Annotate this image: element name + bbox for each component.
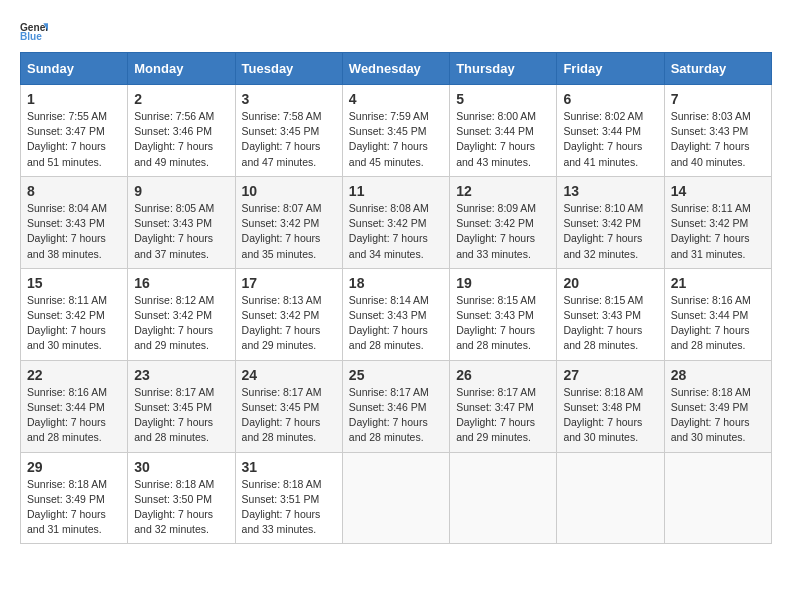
day-number: 19: [456, 275, 550, 291]
calendar-day-cell: 29 Sunrise: 8:18 AM Sunset: 3:49 PM Dayl…: [21, 452, 128, 544]
calendar-day-header: Friday: [557, 53, 664, 85]
calendar-day-cell: [557, 452, 664, 544]
day-number: 13: [563, 183, 657, 199]
calendar-week-row: 29 Sunrise: 8:18 AM Sunset: 3:49 PM Dayl…: [21, 452, 772, 544]
day-info: Sunrise: 8:15 AM Sunset: 3:43 PM Dayligh…: [456, 293, 550, 354]
calendar-day-cell: 2 Sunrise: 7:56 AM Sunset: 3:46 PM Dayli…: [128, 85, 235, 177]
day-info: Sunrise: 8:10 AM Sunset: 3:42 PM Dayligh…: [563, 201, 657, 262]
day-info: Sunrise: 8:16 AM Sunset: 3:44 PM Dayligh…: [27, 385, 121, 446]
calendar-day-cell: 18 Sunrise: 8:14 AM Sunset: 3:43 PM Dayl…: [342, 268, 449, 360]
day-number: 16: [134, 275, 228, 291]
day-number: 23: [134, 367, 228, 383]
day-info: Sunrise: 8:17 AM Sunset: 3:47 PM Dayligh…: [456, 385, 550, 446]
logo-icon: General Blue: [20, 20, 48, 42]
day-number: 3: [242, 91, 336, 107]
calendar-day-cell: 6 Sunrise: 8:02 AM Sunset: 3:44 PM Dayli…: [557, 85, 664, 177]
day-info: Sunrise: 8:13 AM Sunset: 3:42 PM Dayligh…: [242, 293, 336, 354]
calendar-header: SundayMondayTuesdayWednesdayThursdayFrid…: [21, 53, 772, 85]
day-info: Sunrise: 8:18 AM Sunset: 3:49 PM Dayligh…: [671, 385, 765, 446]
day-info: Sunrise: 8:18 AM Sunset: 3:48 PM Dayligh…: [563, 385, 657, 446]
calendar-day-header: Tuesday: [235, 53, 342, 85]
day-number: 24: [242, 367, 336, 383]
day-info: Sunrise: 8:00 AM Sunset: 3:44 PM Dayligh…: [456, 109, 550, 170]
day-number: 1: [27, 91, 121, 107]
day-number: 25: [349, 367, 443, 383]
calendar-day-cell: [342, 452, 449, 544]
logo: General Blue: [20, 20, 52, 42]
calendar-day-cell: 17 Sunrise: 8:13 AM Sunset: 3:42 PM Dayl…: [235, 268, 342, 360]
calendar-week-row: 1 Sunrise: 7:55 AM Sunset: 3:47 PM Dayli…: [21, 85, 772, 177]
calendar-day-header: Saturday: [664, 53, 771, 85]
day-info: Sunrise: 8:14 AM Sunset: 3:43 PM Dayligh…: [349, 293, 443, 354]
day-info: Sunrise: 8:11 AM Sunset: 3:42 PM Dayligh…: [671, 201, 765, 262]
calendar-day-cell: 7 Sunrise: 8:03 AM Sunset: 3:43 PM Dayli…: [664, 85, 771, 177]
calendar-week-row: 22 Sunrise: 8:16 AM Sunset: 3:44 PM Dayl…: [21, 360, 772, 452]
calendar-day-cell: 9 Sunrise: 8:05 AM Sunset: 3:43 PM Dayli…: [128, 176, 235, 268]
calendar-day-cell: 30 Sunrise: 8:18 AM Sunset: 3:50 PM Dayl…: [128, 452, 235, 544]
day-info: Sunrise: 8:03 AM Sunset: 3:43 PM Dayligh…: [671, 109, 765, 170]
calendar-day-cell: [664, 452, 771, 544]
day-info: Sunrise: 8:11 AM Sunset: 3:42 PM Dayligh…: [27, 293, 121, 354]
day-number: 8: [27, 183, 121, 199]
calendar-day-cell: 10 Sunrise: 8:07 AM Sunset: 3:42 PM Dayl…: [235, 176, 342, 268]
day-info: Sunrise: 8:16 AM Sunset: 3:44 PM Dayligh…: [671, 293, 765, 354]
day-info: Sunrise: 8:07 AM Sunset: 3:42 PM Dayligh…: [242, 201, 336, 262]
day-number: 18: [349, 275, 443, 291]
calendar-day-cell: 4 Sunrise: 7:59 AM Sunset: 3:45 PM Dayli…: [342, 85, 449, 177]
calendar-day-cell: 1 Sunrise: 7:55 AM Sunset: 3:47 PM Dayli…: [21, 85, 128, 177]
calendar-day-cell: 19 Sunrise: 8:15 AM Sunset: 3:43 PM Dayl…: [450, 268, 557, 360]
day-info: Sunrise: 8:15 AM Sunset: 3:43 PM Dayligh…: [563, 293, 657, 354]
calendar-day-cell: 3 Sunrise: 7:58 AM Sunset: 3:45 PM Dayli…: [235, 85, 342, 177]
calendar-day-cell: 31 Sunrise: 8:18 AM Sunset: 3:51 PM Dayl…: [235, 452, 342, 544]
calendar-day-cell: 5 Sunrise: 8:00 AM Sunset: 3:44 PM Dayli…: [450, 85, 557, 177]
day-number: 7: [671, 91, 765, 107]
day-number: 22: [27, 367, 121, 383]
svg-text:Blue: Blue: [20, 31, 42, 42]
day-info: Sunrise: 7:55 AM Sunset: 3:47 PM Dayligh…: [27, 109, 121, 170]
day-number: 30: [134, 459, 228, 475]
day-number: 5: [456, 91, 550, 107]
calendar-day-header: Sunday: [21, 53, 128, 85]
calendar-day-cell: 12 Sunrise: 8:09 AM Sunset: 3:42 PM Dayl…: [450, 176, 557, 268]
day-number: 2: [134, 91, 228, 107]
day-info: Sunrise: 7:58 AM Sunset: 3:45 PM Dayligh…: [242, 109, 336, 170]
calendar-week-row: 8 Sunrise: 8:04 AM Sunset: 3:43 PM Dayli…: [21, 176, 772, 268]
day-number: 4: [349, 91, 443, 107]
day-info: Sunrise: 7:59 AM Sunset: 3:45 PM Dayligh…: [349, 109, 443, 170]
day-number: 31: [242, 459, 336, 475]
calendar-day-cell: 14 Sunrise: 8:11 AM Sunset: 3:42 PM Dayl…: [664, 176, 771, 268]
calendar-day-cell: 24 Sunrise: 8:17 AM Sunset: 3:45 PM Dayl…: [235, 360, 342, 452]
calendar-table: SundayMondayTuesdayWednesdayThursdayFrid…: [20, 52, 772, 544]
day-number: 17: [242, 275, 336, 291]
day-info: Sunrise: 8:18 AM Sunset: 3:50 PM Dayligh…: [134, 477, 228, 538]
day-info: Sunrise: 8:09 AM Sunset: 3:42 PM Dayligh…: [456, 201, 550, 262]
day-info: Sunrise: 8:02 AM Sunset: 3:44 PM Dayligh…: [563, 109, 657, 170]
calendar-day-cell: 28 Sunrise: 8:18 AM Sunset: 3:49 PM Dayl…: [664, 360, 771, 452]
day-number: 26: [456, 367, 550, 383]
day-number: 11: [349, 183, 443, 199]
day-number: 21: [671, 275, 765, 291]
day-number: 12: [456, 183, 550, 199]
calendar-day-cell: 8 Sunrise: 8:04 AM Sunset: 3:43 PM Dayli…: [21, 176, 128, 268]
day-info: Sunrise: 8:04 AM Sunset: 3:43 PM Dayligh…: [27, 201, 121, 262]
day-info: Sunrise: 8:17 AM Sunset: 3:45 PM Dayligh…: [134, 385, 228, 446]
calendar-day-cell: 13 Sunrise: 8:10 AM Sunset: 3:42 PM Dayl…: [557, 176, 664, 268]
calendar-day-cell: 22 Sunrise: 8:16 AM Sunset: 3:44 PM Dayl…: [21, 360, 128, 452]
calendar-day-cell: 15 Sunrise: 8:11 AM Sunset: 3:42 PM Dayl…: [21, 268, 128, 360]
calendar-day-header: Thursday: [450, 53, 557, 85]
day-number: 10: [242, 183, 336, 199]
calendar-week-row: 15 Sunrise: 8:11 AM Sunset: 3:42 PM Dayl…: [21, 268, 772, 360]
day-number: 15: [27, 275, 121, 291]
day-info: Sunrise: 8:17 AM Sunset: 3:45 PM Dayligh…: [242, 385, 336, 446]
day-info: Sunrise: 8:12 AM Sunset: 3:42 PM Dayligh…: [134, 293, 228, 354]
calendar-day-cell: 27 Sunrise: 8:18 AM Sunset: 3:48 PM Dayl…: [557, 360, 664, 452]
calendar-day-cell: 23 Sunrise: 8:17 AM Sunset: 3:45 PM Dayl…: [128, 360, 235, 452]
calendar-day-header: Monday: [128, 53, 235, 85]
day-number: 28: [671, 367, 765, 383]
page-header: General Blue: [20, 20, 772, 42]
calendar-day-cell: 20 Sunrise: 8:15 AM Sunset: 3:43 PM Dayl…: [557, 268, 664, 360]
day-number: 27: [563, 367, 657, 383]
calendar-day-cell: 16 Sunrise: 8:12 AM Sunset: 3:42 PM Dayl…: [128, 268, 235, 360]
calendar-day-cell: 25 Sunrise: 8:17 AM Sunset: 3:46 PM Dayl…: [342, 360, 449, 452]
day-info: Sunrise: 8:08 AM Sunset: 3:42 PM Dayligh…: [349, 201, 443, 262]
